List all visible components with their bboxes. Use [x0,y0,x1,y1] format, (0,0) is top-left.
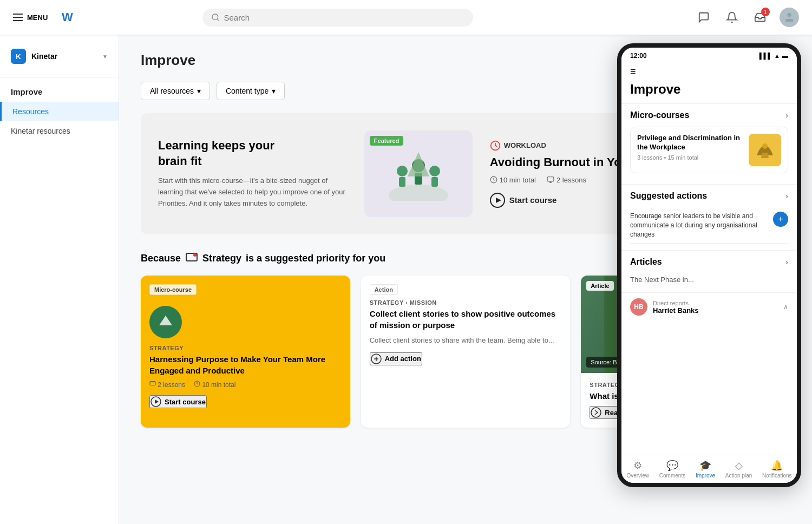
mobile-user-avatar: HB [630,298,647,316]
add-action-button[interactable]: Add action [370,352,422,365]
mobile-title: Improve [630,82,788,97]
user-role: Direct reports [653,300,778,306]
card-body: Action STRATEGY › MISSION Collect client… [361,276,571,374]
menu-button[interactable]: MENU [13,14,48,22]
clock-icon [194,381,200,387]
card-title: Collect client stories to show positive … [370,308,562,331]
all-resources-filter[interactable]: All resources ▾ [141,82,210,100]
svg-marker-23 [155,399,159,404]
add-action-button[interactable]: + [773,212,788,227]
svg-marker-19 [159,316,172,325]
article-badge: Article [586,281,613,291]
search-bar[interactable] [202,9,473,27]
sidebar-item-improve[interactable]: Improve [0,82,119,102]
overview-icon: ⚙ [633,460,642,471]
mobile-overlay: 12:00 ▌▌▌ ▲ ▬ ≡ Improve Micro-courses › … [617,43,801,487]
inbox-icon[interactable]: 1 [751,9,769,26]
org-initial: K [16,53,21,61]
lessons-meta: 2 lessons [547,176,586,184]
course-logo-icon [157,313,174,331]
featured-card: Featured [364,130,473,217]
mobile-status-icons: ▌▌▌ ▲ ▬ [759,53,788,59]
sidebar: K Kinetar ▼ Improve Resources Kinetar re… [0,35,119,524]
sidebar-item-label: Kinetar resources [11,127,70,135]
nav-label: Improve [696,473,715,479]
chevron-down-icon: ▼ [102,54,108,60]
notification-icon[interactable] [723,9,741,26]
suggested-action-text: Encourage senior leaders to be visible a… [630,212,768,239]
time-count: 10 min total [194,381,235,389]
svg-point-0 [212,14,218,20]
course-title: Privilege and Discrimination in the Work… [637,134,742,152]
card-category: STRATEGY › MISSION [370,299,562,306]
priority-prefix: Because [141,253,181,264]
logo-letter: W [62,10,73,24]
mobile-nav-notifications[interactable]: 🔔 Notifications [762,460,791,479]
app-logo: W [56,6,78,28]
hamburger-icon [13,14,23,21]
svg-rect-8 [431,177,438,187]
featured-text: Learning keeps your brain fit Start with… [158,138,347,209]
search-input[interactable] [224,13,464,22]
microcourse-card: Micro-course STRATEGY Harnessing Purpose… [141,276,350,428]
chevron-up-icon[interactable]: ∧ [783,303,788,311]
mobile-content: Micro-courses › Privilege and Discrimina… [621,103,797,474]
section-label: Micro-courses [630,110,689,120]
avatar[interactable] [780,8,799,27]
battery-icon: ▬ [782,53,788,59]
add-icon [371,353,382,364]
svg-point-1 [787,13,791,17]
mobile-menu-icon[interactable]: ≡ [630,66,788,77]
sidebar-item-kinetar-resources[interactable]: Kinetar resources [0,121,119,141]
all-resources-label: All resources [150,87,194,95]
start-course-card-button[interactable]: Start course [149,395,207,408]
card-category: STRATEGY [149,345,342,351]
strategy-icon [185,252,198,265]
org-selector[interactable]: K Kinetar ▼ [0,43,119,73]
start-course-button[interactable]: Start course [490,193,557,208]
user-name: Harriet Banks [653,306,778,315]
nav-label: Notifications [762,473,791,479]
priority-suffix: is a suggested priority for you [246,253,385,264]
svg-point-3 [397,166,408,176]
course-tag-label: WORKLOAD [504,141,546,149]
svg-rect-12 [547,177,554,181]
featured-heading: Learning keeps your brain fit [158,138,347,169]
sidebar-item-label: Improve [11,87,42,96]
mobile-suggested-header[interactable]: Suggested actions › [630,191,788,201]
nav-icons: 1 [695,8,799,27]
svg-marker-16 [496,198,501,203]
mobile-nav-comments[interactable]: 💬 Comments [659,460,685,479]
svg-point-7 [429,166,440,176]
card-badge: Action [370,284,398,295]
play-icon [150,396,161,407]
inbox-badge: 1 [761,8,770,16]
sidebar-item-resources[interactable]: Resources [0,102,119,121]
mobile-articles-header[interactable]: Articles › [630,257,788,267]
content-type-filter[interactable]: Content type ▾ [217,82,285,100]
chat-icon[interactable] [695,9,712,26]
mobile-user-row: HB Direct reports Harriet Banks ∧ [621,292,797,321]
org-avatar: K [11,49,26,64]
section-label: Suggested actions [630,191,707,201]
mobile-time: 12:00 [630,52,647,60]
mobile-section-header[interactable]: Micro-courses › [630,110,788,120]
svg-point-2 [389,185,448,201]
mobile-course-card[interactable]: Privilege and Discrimination in the Work… [630,127,788,173]
card-description: Collect client stories to share with the… [370,335,562,346]
top-navigation: MENU W 1 [0,0,812,35]
mobile-articles-section: Articles › The Next Phase in... [621,250,797,292]
org-name: Kinetar [31,52,97,61]
mobile-nav-overview[interactable]: ⚙ Overview [626,460,649,479]
mobile-nav-improve[interactable]: 🎓 Improve [696,460,715,479]
lessons-count: 2 lessons [149,381,185,389]
course-info: Privilege and Discrimination in the Work… [637,134,742,166]
featured-illustration [386,147,451,201]
wifi-icon: ▲ [774,53,780,59]
chevron-down-icon: ▾ [272,87,276,95]
notifications-icon: 🔔 [771,460,783,471]
mobile-suggested-section: Suggested actions › Encourage senior lea… [621,184,797,250]
clock-icon [490,176,497,184]
course-thumbnail [749,134,781,166]
mobile-nav-action-plan[interactable]: ◇ Action plan [725,460,752,479]
